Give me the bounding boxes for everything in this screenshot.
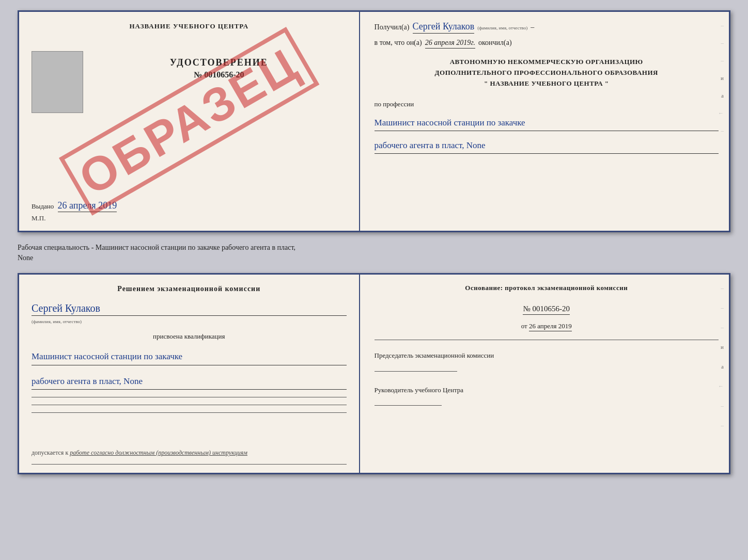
dopusk-val: работе согласно должностным (производств… [70, 449, 247, 456]
bottom-doc-left: Решением экзаменационной комиссии Сергей… [19, 275, 360, 473]
komissia-title: Решением экзаменационной комиссии [32, 285, 347, 293]
edge-mark: – [721, 40, 724, 46]
vydano-date: 26 апреля 2019 [58, 200, 117, 212]
photo-placeholder [32, 51, 83, 113]
profession-line2: рабочего агента в пласт, None [375, 138, 719, 154]
vydano-block: Выдано 26 апреля 2019 [32, 190, 347, 211]
familiya-hint: (фамилия, имя, отчество) [477, 25, 527, 30]
training-center-title: НАЗВАНИЕ УЧЕБНОГО ЦЕНТРА [32, 22, 347, 30]
dash: – [531, 23, 534, 31]
separator-line [32, 412, 347, 413]
top-doc-right: Получил(а) Сергей Кулаков (фамилия, имя,… [360, 12, 729, 231]
between-text-line1: Рабочая специальность - Машинист насосно… [18, 243, 730, 253]
edge-mark: а [721, 363, 724, 370]
edge-mark: – [721, 422, 724, 428]
edge-mark: и [721, 344, 724, 350]
familiya-hint-bottom: (фамилия, имя, отчество) [32, 319, 82, 324]
vtom-label: в том, что он(а) [375, 39, 422, 47]
predsedatel-label: Председатель экзаменационной комиссии [375, 350, 719, 361]
ot-date-block: от 26 апреля 2019 [375, 322, 719, 330]
separator-line [32, 397, 347, 397]
ot-label: от [521, 322, 527, 330]
edge-mark: – [721, 324, 724, 330]
po-professii-label: по профессии [375, 100, 719, 108]
protocol-number: № 0010656-20 [523, 305, 570, 315]
osnovaniye-label: Основание: протокол экзаменационной коми… [375, 284, 719, 292]
separator-line [375, 340, 719, 340]
qualification-line2: рабочего агента в пласт, None [32, 374, 347, 390]
udostoverenie-label: УДОСТОВЕРЕНИЕ [91, 57, 347, 68]
center-line1: АВТОНОМНУЮ НЕКОММЕРЧЕСКУЮ ОРГАНИЗАЦИЮ [375, 57, 719, 68]
edge-mark: ← [718, 110, 724, 116]
edge-mark: и [721, 75, 724, 81]
dopuskaetsya-label: допускается к [32, 449, 68, 456]
top-document: НАЗВАНИЕ УЧЕБНОГО ЦЕНТРА ОБРАЗЕЦ УДОСТОВ… [18, 10, 730, 232]
recipient-name: Сергей Кулаков [413, 21, 475, 34]
vtom-date: 26 апреля 2019г. [425, 39, 475, 49]
predsedatel-line [375, 371, 457, 372]
mp-label: М.П. [32, 214, 347, 222]
edge-mark: ← [718, 383, 724, 389]
rukovoditel-block: Руководитель учебного Центра [375, 385, 719, 406]
udostoverenie-number: № 0010656-20 [91, 70, 347, 79]
ot-date-val: 26 апреля 2019 [529, 322, 572, 331]
prisvoena-label: присвоена квалификация [32, 332, 347, 341]
edge-mark: – [721, 403, 724, 409]
okonchil-label: окончил(а) [478, 39, 512, 47]
edge-mark: – [721, 57, 724, 63]
edge-mark: – [721, 22, 724, 28]
poluchil-line: Получил(а) Сергей Кулаков (фамилия, имя,… [375, 21, 719, 34]
bottom-document: Решением экзаменационной комиссии Сергей… [18, 273, 730, 474]
profession-line1: Машинист насосной станции по закачке [375, 116, 719, 131]
vydano-label: Выдано [32, 202, 54, 210]
person-name: Сергей Кулаков [32, 302, 347, 316]
rukovoditel-label: Руководитель учебного Центра [375, 385, 719, 395]
qualification-line1: Машинист насосной станции по закачке [32, 349, 347, 365]
edge-mark: а [721, 92, 724, 99]
dopuskaetsya-block: допускается к работе согласно должностны… [32, 449, 347, 457]
between-text-line2: None [18, 253, 730, 263]
between-label: Рабочая специальность - Машинист насосно… [18, 241, 730, 265]
center-line3: " НАЗВАНИЕ УЧЕБНОГО ЦЕНТРА " [375, 78, 719, 89]
edge-mark: – [721, 127, 724, 134]
vtom-line: в том, что он(а) 26 апреля 2019г. окончи… [375, 39, 719, 49]
top-doc-left: НАЗВАНИЕ УЧЕБНОГО ЦЕНТРА ОБРАЗЕЦ УДОСТОВ… [19, 12, 360, 231]
predsedatel-block: Председатель экзаменационной комиссии [375, 350, 719, 372]
separator-line [32, 464, 347, 465]
edge-mark: – [721, 285, 724, 291]
bottom-doc-right: Основание: протокол экзаменационной коми… [360, 275, 729, 473]
poluchil-label: Получил(а) [375, 23, 410, 31]
separator-line [32, 405, 347, 405]
person-name-block: Сергей Кулаков (фамилия, имя, отчество) [32, 302, 347, 325]
center-block: АВТОНОМНУЮ НЕКОММЕРЧЕСКУЮ ОРГАНИЗАЦИЮ ДО… [375, 57, 719, 89]
center-line2: ДОПОЛНИТЕЛЬНОГО ПРОФЕССИОНАЛЬНОГО ОБРАЗО… [375, 68, 719, 78]
rukovoditel-line [375, 405, 442, 406]
edge-mark: – [721, 305, 724, 311]
